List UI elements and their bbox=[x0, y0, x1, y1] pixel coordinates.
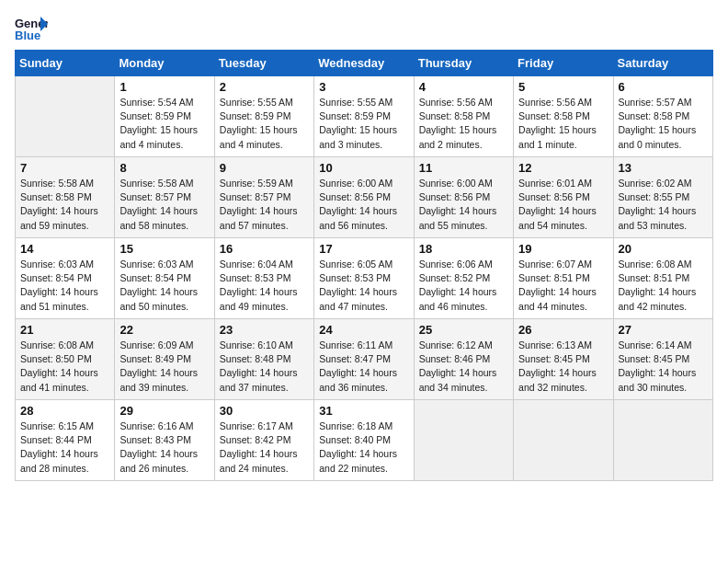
day-info: Sunrise: 6:16 AM Sunset: 8:43 PM Dayligh… bbox=[119, 419, 209, 476]
calendar-cell: 15Sunrise: 6:03 AM Sunset: 8:54 PM Dayli… bbox=[115, 238, 214, 319]
day-number: 3 bbox=[319, 80, 408, 94]
calendar-cell bbox=[16, 76, 115, 157]
calendar-cell: 1Sunrise: 5:54 AM Sunset: 8:59 PM Daylig… bbox=[115, 76, 214, 157]
day-number: 1 bbox=[119, 80, 209, 94]
day-number: 26 bbox=[518, 323, 608, 337]
calendar-cell: 14Sunrise: 6:03 AM Sunset: 8:54 PM Dayli… bbox=[16, 238, 115, 319]
day-number: 16 bbox=[220, 242, 309, 256]
day-info: Sunrise: 6:15 AM Sunset: 8:44 PM Dayligh… bbox=[20, 419, 109, 476]
day-info: Sunrise: 6:00 AM Sunset: 8:56 PM Dayligh… bbox=[319, 177, 408, 233]
day-number: 19 bbox=[518, 242, 608, 256]
svg-text:Blue: Blue bbox=[15, 29, 40, 42]
day-header-sunday: Sunday bbox=[16, 51, 115, 76]
day-info: Sunrise: 6:08 AM Sunset: 8:51 PM Dayligh… bbox=[619, 258, 708, 314]
calendar-cell bbox=[514, 400, 613, 481]
day-header-friday: Friday bbox=[514, 51, 613, 76]
day-header-wednesday: Wednesday bbox=[314, 51, 414, 76]
day-number: 23 bbox=[220, 323, 309, 337]
day-number: 17 bbox=[319, 242, 408, 256]
calendar-cell: 20Sunrise: 6:08 AM Sunset: 8:51 PM Dayli… bbox=[613, 238, 712, 319]
day-info: Sunrise: 6:04 AM Sunset: 8:53 PM Dayligh… bbox=[220, 258, 309, 314]
day-info: Sunrise: 5:56 AM Sunset: 8:58 PM Dayligh… bbox=[419, 96, 508, 152]
calendar-cell: 13Sunrise: 6:02 AM Sunset: 8:55 PM Dayli… bbox=[613, 157, 712, 238]
day-header-tuesday: Tuesday bbox=[214, 51, 313, 76]
calendar-cell: 25Sunrise: 6:12 AM Sunset: 8:46 PM Dayli… bbox=[414, 319, 513, 400]
calendar-cell: 3Sunrise: 5:55 AM Sunset: 8:59 PM Daylig… bbox=[314, 76, 414, 157]
calendar-cell: 26Sunrise: 6:13 AM Sunset: 8:45 PM Dayli… bbox=[514, 319, 613, 400]
calendar-cell: 10Sunrise: 6:00 AM Sunset: 8:56 PM Dayli… bbox=[314, 157, 414, 238]
calendar-cell: 23Sunrise: 6:10 AM Sunset: 8:48 PM Dayli… bbox=[214, 319, 313, 400]
day-number: 11 bbox=[419, 161, 508, 175]
week-row-1: 1Sunrise: 5:54 AM Sunset: 8:59 PM Daylig… bbox=[16, 76, 713, 157]
day-number: 2 bbox=[220, 80, 309, 94]
day-number: 20 bbox=[619, 242, 708, 256]
calendar-cell: 11Sunrise: 6:00 AM Sunset: 8:56 PM Dayli… bbox=[414, 157, 513, 238]
week-row-3: 14Sunrise: 6:03 AM Sunset: 8:54 PM Dayli… bbox=[16, 238, 713, 319]
day-number: 10 bbox=[319, 161, 408, 175]
day-number: 24 bbox=[319, 323, 408, 337]
day-info: Sunrise: 6:03 AM Sunset: 8:54 PM Dayligh… bbox=[119, 258, 209, 314]
day-number: 15 bbox=[119, 242, 209, 256]
calendar-cell: 31Sunrise: 6:18 AM Sunset: 8:40 PM Dayli… bbox=[314, 400, 414, 481]
page-header: General Blue bbox=[15, 15, 713, 42]
day-info: Sunrise: 6:07 AM Sunset: 8:51 PM Dayligh… bbox=[518, 258, 608, 314]
header-row: SundayMondayTuesdayWednesdayThursdayFrid… bbox=[16, 51, 713, 76]
day-number: 5 bbox=[518, 80, 608, 94]
day-info: Sunrise: 6:01 AM Sunset: 8:56 PM Dayligh… bbox=[518, 177, 608, 233]
calendar-cell: 21Sunrise: 6:08 AM Sunset: 8:50 PM Dayli… bbox=[16, 319, 115, 400]
calendar-cell: 2Sunrise: 5:55 AM Sunset: 8:59 PM Daylig… bbox=[214, 76, 313, 157]
day-header-thursday: Thursday bbox=[414, 51, 513, 76]
calendar-cell: 16Sunrise: 6:04 AM Sunset: 8:53 PM Dayli… bbox=[214, 238, 313, 319]
calendar-cell: 7Sunrise: 5:58 AM Sunset: 8:58 PM Daylig… bbox=[16, 157, 115, 238]
day-number: 13 bbox=[619, 161, 708, 175]
day-info: Sunrise: 6:08 AM Sunset: 8:50 PM Dayligh… bbox=[20, 339, 109, 395]
day-info: Sunrise: 6:10 AM Sunset: 8:48 PM Dayligh… bbox=[220, 339, 309, 395]
day-info: Sunrise: 6:13 AM Sunset: 8:45 PM Dayligh… bbox=[518, 339, 608, 395]
calendar-cell: 8Sunrise: 5:58 AM Sunset: 8:57 PM Daylig… bbox=[115, 157, 214, 238]
calendar-cell: 4Sunrise: 5:56 AM Sunset: 8:58 PM Daylig… bbox=[414, 76, 513, 157]
day-number: 25 bbox=[419, 323, 508, 337]
calendar-cell: 5Sunrise: 5:56 AM Sunset: 8:58 PM Daylig… bbox=[514, 76, 613, 157]
logo: General Blue bbox=[15, 15, 48, 42]
day-info: Sunrise: 6:11 AM Sunset: 8:47 PM Dayligh… bbox=[319, 339, 408, 395]
day-info: Sunrise: 6:14 AM Sunset: 8:45 PM Dayligh… bbox=[619, 339, 708, 395]
day-info: Sunrise: 5:58 AM Sunset: 8:57 PM Dayligh… bbox=[119, 177, 209, 233]
day-info: Sunrise: 5:58 AM Sunset: 8:58 PM Dayligh… bbox=[20, 177, 109, 233]
day-info: Sunrise: 5:59 AM Sunset: 8:57 PM Dayligh… bbox=[220, 177, 309, 233]
calendar-cell bbox=[414, 400, 513, 481]
calendar-cell: 28Sunrise: 6:15 AM Sunset: 8:44 PM Dayli… bbox=[16, 400, 115, 481]
logo-icon: General Blue bbox=[15, 15, 48, 42]
calendar-cell: 17Sunrise: 6:05 AM Sunset: 8:53 PM Dayli… bbox=[314, 238, 414, 319]
day-info: Sunrise: 6:00 AM Sunset: 8:56 PM Dayligh… bbox=[419, 177, 508, 233]
day-number: 21 bbox=[20, 323, 109, 337]
day-info: Sunrise: 5:57 AM Sunset: 8:58 PM Dayligh… bbox=[619, 96, 708, 152]
day-info: Sunrise: 5:55 AM Sunset: 8:59 PM Dayligh… bbox=[319, 96, 408, 152]
day-number: 9 bbox=[220, 161, 309, 175]
calendar-cell: 18Sunrise: 6:06 AM Sunset: 8:52 PM Dayli… bbox=[414, 238, 513, 319]
calendar-cell: 29Sunrise: 6:16 AM Sunset: 8:43 PM Dayli… bbox=[115, 400, 214, 481]
calendar-cell: 30Sunrise: 6:17 AM Sunset: 8:42 PM Dayli… bbox=[214, 400, 313, 481]
week-row-4: 21Sunrise: 6:08 AM Sunset: 8:50 PM Dayli… bbox=[16, 319, 713, 400]
day-info: Sunrise: 5:56 AM Sunset: 8:58 PM Dayligh… bbox=[518, 96, 608, 152]
calendar-table: SundayMondayTuesdayWednesdayThursdayFrid… bbox=[15, 50, 713, 481]
day-number: 14 bbox=[20, 242, 109, 256]
day-info: Sunrise: 6:02 AM Sunset: 8:55 PM Dayligh… bbox=[619, 177, 708, 233]
day-number: 8 bbox=[119, 161, 209, 175]
week-row-2: 7Sunrise: 5:58 AM Sunset: 8:58 PM Daylig… bbox=[16, 157, 713, 238]
day-info: Sunrise: 6:03 AM Sunset: 8:54 PM Dayligh… bbox=[20, 258, 109, 314]
day-number: 27 bbox=[619, 323, 708, 337]
week-row-5: 28Sunrise: 6:15 AM Sunset: 8:44 PM Dayli… bbox=[16, 400, 713, 481]
calendar-cell: 12Sunrise: 6:01 AM Sunset: 8:56 PM Dayli… bbox=[514, 157, 613, 238]
day-number: 7 bbox=[20, 161, 109, 175]
day-number: 31 bbox=[319, 404, 408, 418]
calendar-cell: 22Sunrise: 6:09 AM Sunset: 8:49 PM Dayli… bbox=[115, 319, 214, 400]
day-number: 12 bbox=[518, 161, 608, 175]
day-info: Sunrise: 6:18 AM Sunset: 8:40 PM Dayligh… bbox=[319, 419, 408, 476]
day-info: Sunrise: 6:17 AM Sunset: 8:42 PM Dayligh… bbox=[220, 419, 309, 476]
calendar-cell: 6Sunrise: 5:57 AM Sunset: 8:58 PM Daylig… bbox=[613, 76, 712, 157]
calendar-cell: 27Sunrise: 6:14 AM Sunset: 8:45 PM Dayli… bbox=[613, 319, 712, 400]
day-number: 6 bbox=[619, 80, 708, 94]
calendar-cell: 9Sunrise: 5:59 AM Sunset: 8:57 PM Daylig… bbox=[214, 157, 313, 238]
day-number: 30 bbox=[220, 404, 309, 418]
day-number: 18 bbox=[419, 242, 508, 256]
